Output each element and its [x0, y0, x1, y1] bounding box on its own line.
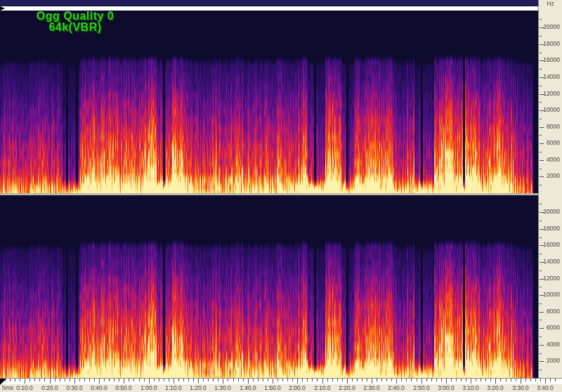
annotation-overlay: Ogg Quality 0 64k(VBR) — [20, 11, 131, 33]
frequency-tick-label: 12000 — [540, 275, 560, 282]
frequency-tick-label: 8000 — [540, 124, 560, 130]
time-tick-label: 0:10.0 — [11, 385, 39, 391]
frequency-tick-label: 14000 — [540, 259, 560, 265]
time-tick-label: 2:00.0 — [283, 385, 311, 391]
time-tick-label: 1:00.0 — [135, 385, 163, 391]
frequency-tick-label: 16000 — [540, 242, 560, 248]
time-tick-label: 2:40.0 — [382, 385, 410, 391]
frequency-tick-label: 10000 — [540, 107, 560, 113]
time-tick-label: 1:20.0 — [184, 385, 212, 391]
frequency-tick-label: 8000 — [540, 308, 560, 315]
frequency-tick-label: 4000 — [540, 157, 560, 163]
cursor-marker-top[interactable] — [0, 6, 5, 11]
time-tick-label: 2:30.0 — [358, 385, 386, 391]
time-tick-label: 3:00.0 — [432, 385, 460, 391]
time-tick-label: 1:50.0 — [259, 385, 287, 391]
frequency-tick-label: 20000 — [540, 209, 560, 215]
time-tick-label: 1:10.0 — [159, 385, 188, 391]
frequency-tick-label: 2000 — [540, 173, 560, 179]
spectral-view-window: Ogg Quality 0 64k(VBR) Hz hms 2000018000… — [0, 0, 562, 392]
frequency-tick-label: 6000 — [540, 140, 560, 146]
time-tick-label: 3:10.0 — [457, 385, 485, 391]
time-tick-label: 2:50.0 — [407, 385, 436, 391]
frequency-tick-label: 14000 — [540, 74, 560, 80]
frequency-unit-label: Hz — [541, 1, 560, 7]
time-tick-label: 2:20.0 — [333, 385, 361, 391]
time-tick-label: 2:10.0 — [308, 385, 336, 391]
frequency-tick-label: 18000 — [540, 226, 560, 232]
time-tick-label: 3:30.0 — [507, 385, 535, 391]
cursor-marker-bottom[interactable] — [0, 379, 6, 385]
frequency-tick-label: 6000 — [540, 325, 560, 331]
time-tick-label: 0:30.0 — [60, 385, 89, 391]
time-tick-label: 0:20.0 — [36, 385, 64, 391]
time-tick-label: 1:40.0 — [234, 385, 262, 391]
annotation-line2: 64k(VBR) — [20, 22, 131, 33]
time-tick-label: 0:40.0 — [85, 385, 113, 391]
overview-bar[interactable] — [0, 0, 538, 6]
frequency-tick-label: 18000 — [540, 41, 560, 47]
spectrogram-left-channel[interactable] — [0, 11, 538, 193]
time-tick-label: 3:20.0 — [481, 385, 509, 391]
time-tick-label: 0:50.0 — [110, 385, 138, 391]
spectrogram-right-channel[interactable] — [0, 195, 538, 378]
frequency-tick-label: 16000 — [540, 57, 560, 63]
frequency-tick-label: 4000 — [540, 341, 560, 348]
frequency-tick-label: 20000 — [540, 24, 560, 30]
frequency-tick-label: 12000 — [540, 91, 560, 97]
frequency-tick-label: 10000 — [540, 292, 560, 298]
time-tick-label: 1:30.0 — [209, 385, 237, 391]
time-tick-label: 3:40.0 — [531, 385, 559, 391]
annotation-line1: Ogg Quality 0 — [20, 11, 131, 22]
frequency-tick-label: 2000 — [540, 358, 560, 364]
